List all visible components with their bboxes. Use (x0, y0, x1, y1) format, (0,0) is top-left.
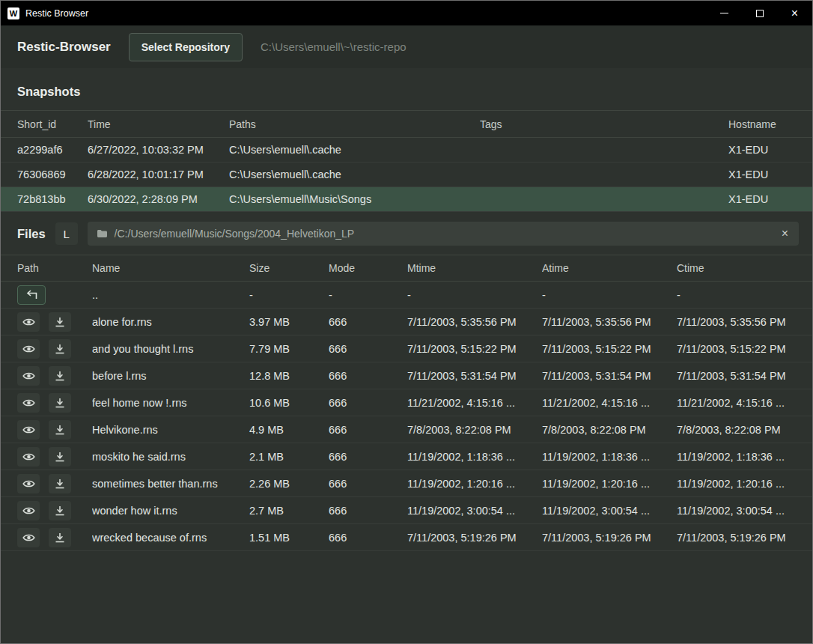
column-header-size: Size (249, 262, 329, 274)
cell-mtime: 7/11/2003, 5:19:26 PM (407, 532, 542, 544)
select-repository-button[interactable]: Select Repository (129, 33, 243, 61)
path-bar[interactable]: /C:/Users/emuell/Music/Songs/2004_Helvet… (88, 222, 799, 246)
cell-size: - (249, 289, 329, 301)
cell-mode: 666 (329, 316, 407, 328)
preview-button[interactable] (17, 339, 40, 359)
eye-icon (22, 344, 35, 354)
file-row-actions (17, 474, 92, 493)
cell-name: alone for.rns (92, 316, 249, 328)
snapshots-section-title: Snapshots (17, 85, 812, 99)
minimize-button[interactable] (707, 1, 742, 25)
download-button[interactable] (49, 501, 71, 520)
window-title: Restic Browser (25, 8, 88, 19)
titlebar[interactable]: W Restic Browser × (1, 1, 812, 25)
cell-mode: 666 (329, 370, 407, 382)
download-icon (55, 479, 65, 489)
download-button[interactable] (49, 393, 71, 413)
file-row-actions (17, 528, 92, 547)
column-header-path: Path (17, 262, 92, 274)
file-row: moskito he said.rns 2.1 MB 666 11/19/200… (1, 443, 812, 470)
preview-button[interactable] (17, 312, 40, 332)
cell-mtime: 7/11/2003, 5:35:56 PM (407, 316, 542, 328)
cell-size: 1.51 MB (249, 532, 329, 544)
cell-size: 10.6 MB (249, 397, 329, 409)
cell-name: and you thought l.rns (92, 343, 249, 355)
cell-ctime: 11/21/2002, 4:15:16 ... (677, 397, 812, 409)
preview-button[interactable] (17, 528, 40, 547)
eye-icon (22, 398, 35, 408)
eye-icon (22, 532, 35, 543)
column-header-tags: Tags (480, 118, 728, 130)
column-header-hostname: Hostname (728, 118, 799, 130)
eye-icon (22, 317, 35, 327)
maximize-button[interactable] (742, 1, 777, 25)
eye-icon (22, 505, 35, 516)
cell-size: 3.97 MB (249, 316, 329, 328)
cell-atime: 7/11/2003, 5:15:22 PM (542, 343, 677, 355)
download-button[interactable] (49, 447, 71, 467)
preview-button[interactable] (17, 501, 40, 520)
column-header-mtime: Mtime (407, 262, 542, 274)
snapshots-header-row: Short_id Time Paths Tags Hostname (1, 110, 812, 138)
snapshot-row[interactable]: 76306869 6/28/2022, 10:01:17 PM C:\Users… (1, 162, 812, 187)
cell-atime: 11/21/2002, 4:15:16 ... (542, 397, 677, 409)
download-icon (55, 532, 65, 543)
snapshot-row[interactable]: 72b813bb 6/30/2022, 2:28:09 PM C:\Users\… (1, 187, 812, 212)
eye-icon (22, 371, 35, 381)
download-button[interactable] (49, 312, 71, 332)
cell-mtime: 7/11/2003, 5:15:22 PM (407, 343, 542, 355)
cell-ctime: 7/11/2003, 5:19:26 PM (677, 532, 812, 544)
close-button[interactable]: × (777, 1, 812, 25)
cell-hostname: X1-EDU (728, 168, 799, 180)
download-button[interactable] (49, 528, 71, 547)
preview-button[interactable] (17, 420, 40, 440)
parent-dir-button[interactable] (17, 285, 46, 305)
cell-name: feel home now !.rns (92, 397, 249, 409)
app-window: W Restic Browser × Restic-Browser Select… (0, 0, 813, 644)
clear-icon: × (782, 227, 788, 240)
cell-atime: 7/11/2003, 5:19:26 PM (542, 532, 677, 544)
snapshot-row[interactable]: a2299af6 6/27/2022, 10:03:32 PM C:\Users… (1, 138, 812, 162)
file-row-actions (17, 420, 92, 440)
app-header: Restic-Browser Select Repository C:\User… (1, 25, 812, 68)
download-button[interactable] (49, 366, 71, 386)
return-icon (25, 290, 38, 300)
preview-button[interactable] (17, 447, 40, 467)
cell-atime: 11/19/2002, 1:18:36 ... (542, 451, 677, 463)
cell-hostname: X1-EDU (728, 193, 799, 205)
cell-hostname: X1-EDU (728, 144, 799, 156)
cell-mode: 666 (329, 424, 407, 436)
cell-ctime: - (677, 289, 812, 301)
cell-mode: 666 (329, 478, 407, 490)
file-row: before l.rns 12.8 MB 666 7/11/2003, 5:31… (1, 362, 812, 389)
cell-mtime: 11/19/2002, 3:00:54 ... (407, 505, 542, 517)
titlebar-left: W Restic Browser (1, 7, 88, 19)
parent-dir-actions (17, 285, 92, 305)
download-icon (55, 371, 65, 381)
cell-time: 6/27/2022, 10:03:32 PM (88, 144, 229, 156)
file-row: wonder how it.rns 2.7 MB 666 11/19/2002,… (1, 497, 812, 524)
maximize-icon (756, 10, 764, 17)
cell-mode: - (329, 289, 407, 301)
eye-icon (22, 479, 35, 489)
cell-atime: 7/11/2003, 5:31:54 PM (542, 370, 677, 382)
cell-size: 2.7 MB (249, 505, 329, 517)
download-button[interactable] (49, 420, 71, 440)
file-row: wrecked because of.rns 1.51 MB 666 7/11/… (1, 524, 812, 551)
download-button[interactable] (49, 474, 71, 493)
preview-button[interactable] (17, 474, 40, 493)
cell-ctime: 11/19/2002, 1:18:36 ... (677, 451, 812, 463)
file-row: feel home now !.rns 10.6 MB 666 11/21/20… (1, 389, 812, 416)
preview-button[interactable] (17, 393, 40, 413)
clear-path-button[interactable]: × (780, 228, 790, 240)
folder-icon (97, 229, 108, 238)
eye-icon (22, 425, 35, 435)
cell-short-id: a2299af6 (17, 144, 88, 156)
cell-mtime: - (407, 289, 542, 301)
cell-name: wrecked because of.rns (92, 532, 249, 544)
preview-button[interactable] (17, 366, 40, 386)
download-icon (55, 398, 65, 408)
files-level-button[interactable]: L (55, 222, 78, 245)
eye-icon (22, 452, 35, 462)
download-button[interactable] (49, 339, 71, 359)
